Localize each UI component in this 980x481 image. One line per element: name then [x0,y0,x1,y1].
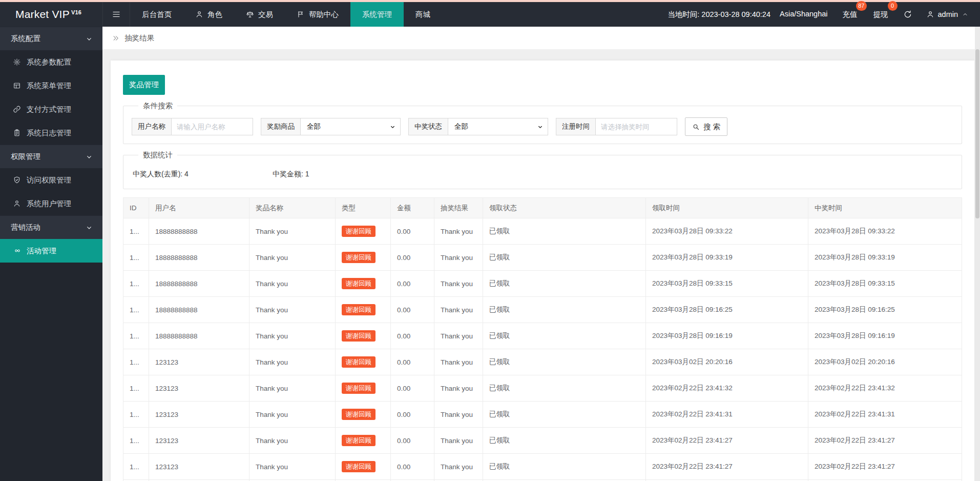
withdraw-count-badge: 0 [888,1,898,11]
search-field-2: 奖励商品全部 [261,118,401,135]
cell-claim_time: 2023年03月28日 09:16:25 [646,297,808,323]
cell-amount: 0.00 [391,218,434,245]
cell-id: 1... [123,428,149,454]
cell-username: 18888888888 [149,245,249,271]
chevron-down-icon [85,35,93,43]
refresh-icon [903,10,912,19]
sidebar-group-2[interactable]: 权限管理 [0,145,102,168]
cell-amount: 0.00 [391,245,434,271]
nav-item-6[interactable]: 商城 [404,2,442,27]
refresh-button[interactable] [903,10,912,19]
cell-win_time: 2023年03月28日 09:33:19 [808,245,962,271]
cell-id: 1... [123,297,149,323]
user-icon [926,10,934,18]
cell-username: 123123 [149,428,249,454]
column-header: 用户名 [149,198,249,218]
sidebar-item[interactable]: 访问权限管理 [0,168,102,192]
brand-logo[interactable]: Market VIPV16 [0,2,102,27]
sidebar-item[interactable]: 系统菜单管理 [0,74,102,97]
column-header: 类型 [336,198,391,218]
nav-item-2[interactable]: 角色 [183,2,234,27]
search-row: 用户名称奖励商品全部中奖状态全部注册时间搜 索 [132,117,953,136]
sidebar-item-label: 系统参数配置 [27,57,71,67]
nav-item-label: 后台首页 [142,10,172,19]
column-header: ID [123,198,149,218]
sidebar-item[interactable]: 系统日志管理 [0,121,102,145]
cell-prize: Thank you [249,323,336,349]
field-input[interactable] [171,118,253,135]
nav-item-1[interactable]: 后台首页 [130,2,183,27]
nav-item-4[interactable]: 帮助中心 [285,2,350,27]
sidebar-toggle-button[interactable] [102,2,130,27]
nav-item-3[interactable]: 交易 [234,2,285,27]
table-row: 1...123123Thank you谢谢回顾0.00Thank you已领取2… [123,454,962,480]
cell-type_badge: 谢谢回顾 [336,245,391,271]
sidebar-item[interactable]: 支付方式管理 [0,97,102,121]
cell-status: 已领取 [483,218,646,245]
double-chevron-right-icon [112,34,120,42]
user-menu[interactable]: admin [926,10,969,18]
withdraw-link[interactable]: 提现 0 [872,8,889,22]
layout-icon [13,82,21,90]
sidebar-item[interactable]: 活动管理 [0,239,102,263]
chevron-down-icon [537,124,544,130]
timezone-text: Asia/Shanghai [780,10,828,19]
select-value: 全部 [454,122,468,131]
link-icon [13,105,21,113]
sidebar-group-label: 营销活动 [11,223,40,232]
cell-result: Thank you [434,297,483,323]
recharge-label: 充值 [843,10,858,18]
field-input[interactable] [595,118,677,135]
search-button[interactable]: 搜 索 [685,117,727,136]
nav-item-label: 角色 [207,10,222,19]
stat-item: 中奖金额: 1 [273,170,412,179]
cell-status: 已领取 [483,245,646,271]
sidebar-item-label: 系统菜单管理 [27,81,71,91]
shield-icon [13,176,21,184]
search-legend: 条件搜索 [138,101,177,111]
cell-claim_time: 2023年03月28日 09:33:19 [646,245,808,271]
sidebar: 系统配置系统参数配置系统菜单管理支付方式管理系统日志管理权限管理访问权限管理系统… [0,27,102,481]
sidebar-item-label: 系统日志管理 [27,128,71,138]
type-badge: 谢谢回顾 [342,356,376,368]
field-select[interactable]: 全部 [448,118,548,135]
cell-type_badge: 谢谢回顾 [336,402,391,428]
cell-amount: 0.00 [391,297,434,323]
cell-claim_time: 2023年03月28日 09:33:22 [646,218,808,245]
prize-manage-button[interactable]: 奖品管理 [123,75,165,95]
table-row: 1...123123Thank you谢谢回顾0.00Thank you已领取2… [123,349,962,375]
field-select[interactable]: 全部 [300,118,401,135]
cell-type_badge: 谢谢回顾 [336,454,391,480]
flag-icon [297,10,305,18]
cell-id: 1... [123,218,149,245]
field-label: 奖励商品 [261,118,300,135]
cell-result: Thank you [434,271,483,297]
cell-username: 18888888888 [149,218,249,245]
sidebar-group-1[interactable]: 系统配置 [0,27,102,50]
cell-id: 1... [123,454,149,480]
recharge-link[interactable]: 充值 87 [842,8,859,22]
cell-username: 123123 [149,402,249,428]
cell-claim_time: 2023年03月28日 09:33:15 [646,271,808,297]
type-badge: 谢谢回顾 [342,435,376,447]
cell-result: Thank you [434,375,483,402]
search-icon [692,123,700,131]
table-row: 1...123123Thank you谢谢回顾0.00Thank you已领取2… [123,375,962,402]
cell-result: Thank you [434,428,483,454]
type-badge: 谢谢回顾 [342,330,376,342]
cell-win_time: 2023年03月28日 09:16:19 [808,323,962,349]
sidebar-item[interactable]: 系统参数配置 [0,50,102,74]
breadcrumb: 抽奖结果 [102,27,980,49]
nav-item-5[interactable]: 系统管理 [350,2,404,27]
type-badge: 谢谢回顾 [342,278,376,290]
breadcrumb-text: 抽奖结果 [124,33,154,43]
sidebar-group-3[interactable]: 营销活动 [0,215,102,239]
sidebar-item-label: 访问权限管理 [27,175,71,185]
column-header: 领取状态 [483,198,646,218]
sidebar-item[interactable]: 系统用户管理 [0,192,102,215]
stats-fieldset: 数据统计 中奖人数(去重): 4中奖金额: 1 [123,150,962,189]
column-header: 金额 [391,198,434,218]
page-scrollbar[interactable] [975,27,980,481]
gear-icon [13,58,21,66]
scrollbar-thumb[interactable] [975,49,979,218]
